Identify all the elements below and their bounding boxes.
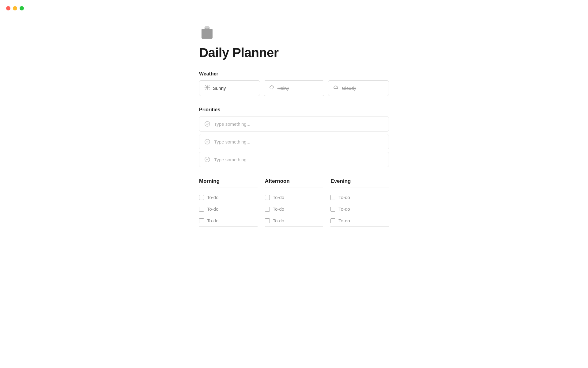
weather-options: Sunny Rainy (199, 80, 389, 96)
afternoon-checkbox-3[interactable] (265, 218, 270, 223)
main-content: Daily Planner Weather (187, 0, 401, 262)
svg-rect-2 (205, 26, 209, 29)
page-icon (199, 25, 215, 40)
afternoon-todo-3[interactable]: To-do (265, 215, 323, 227)
evening-todo-label-3: To-do (338, 218, 350, 223)
afternoon-column: Afternoon To-do To-do To-do (265, 178, 323, 227)
svg-point-16 (205, 121, 210, 126)
morning-todo-label-3: To-do (207, 218, 219, 223)
morning-checkbox-2[interactable] (199, 207, 204, 212)
priority-item-1 (199, 116, 389, 132)
weather-option-rainy[interactable]: Rainy (264, 80, 325, 96)
afternoon-todo-label-2: To-do (273, 206, 285, 212)
priorities-section: Priorities (199, 107, 389, 167)
priority-check-icon-2 (204, 139, 210, 145)
svg-line-13 (272, 88, 272, 89)
cloudy-label: Cloudy (342, 86, 356, 91)
traffic-lights (6, 6, 24, 10)
morning-checkbox-3[interactable] (199, 218, 204, 223)
morning-column: Morning To-do To-do To-do (199, 178, 258, 227)
evening-todo-label-1: To-do (338, 195, 350, 200)
priority-item-3 (199, 152, 389, 167)
evening-checkbox-1[interactable] (330, 195, 335, 200)
svg-rect-15 (334, 88, 338, 89)
priority-item-2 (199, 134, 389, 149)
svg-line-14 (273, 88, 273, 89)
priority-input-2[interactable] (214, 139, 384, 144)
afternoon-todo-label-1: To-do (273, 195, 285, 200)
evening-todo-1[interactable]: To-do (330, 192, 389, 203)
close-button[interactable] (6, 6, 10, 10)
weather-option-sunny[interactable]: Sunny (199, 80, 260, 96)
maximize-button[interactable] (20, 6, 24, 10)
sunny-icon (204, 84, 210, 92)
morning-todo-label-1: To-do (207, 195, 219, 200)
evening-title: Evening (330, 178, 389, 187)
priority-input-3[interactable] (214, 157, 384, 162)
afternoon-checkbox-1[interactable] (265, 195, 270, 200)
svg-line-11 (205, 89, 206, 90)
schedule-grid: Morning To-do To-do To-do Afternoon (199, 178, 389, 227)
cloudy-icon (333, 84, 339, 92)
svg-point-3 (206, 86, 209, 89)
morning-todo-2[interactable]: To-do (199, 203, 258, 215)
morning-todo-label-2: To-do (207, 206, 219, 212)
schedule-section: Morning To-do To-do To-do Afternoon (199, 178, 389, 227)
evening-todo-3[interactable]: To-do (330, 215, 389, 227)
svg-point-18 (205, 157, 210, 162)
minimize-button[interactable] (13, 6, 17, 10)
priority-check-icon-3 (204, 156, 210, 163)
afternoon-todo-2[interactable]: To-do (265, 203, 323, 215)
afternoon-checkbox-2[interactable] (265, 207, 270, 212)
svg-point-17 (205, 139, 210, 144)
evening-checkbox-2[interactable] (330, 207, 335, 212)
sunny-label: Sunny (213, 86, 226, 91)
morning-title: Morning (199, 178, 258, 187)
afternoon-todo-1[interactable]: To-do (265, 192, 323, 203)
rainy-icon (269, 84, 275, 92)
rainy-label: Rainy (277, 86, 289, 91)
evening-column: Evening To-do To-do To-do (330, 178, 389, 227)
afternoon-title: Afternoon (265, 178, 323, 187)
priority-input-1[interactable] (214, 121, 384, 127)
svg-line-10 (209, 85, 209, 86)
weather-label: Weather (199, 71, 389, 77)
afternoon-todo-label-3: To-do (273, 218, 285, 223)
morning-todo-3[interactable]: To-do (199, 215, 258, 227)
evening-todo-label-2: To-do (338, 206, 350, 212)
evening-checkbox-3[interactable] (330, 218, 335, 223)
weather-option-cloudy[interactable]: Cloudy (328, 80, 389, 96)
svg-line-12 (271, 88, 271, 89)
weather-section: Weather Sunny (199, 71, 389, 96)
priorities-label: Priorities (199, 107, 389, 113)
page-title: Daily Planner (199, 45, 389, 60)
morning-checkbox-1[interactable] (199, 195, 204, 200)
svg-line-8 (205, 85, 206, 86)
morning-todo-1[interactable]: To-do (199, 192, 258, 203)
svg-line-9 (209, 89, 209, 90)
evening-todo-2[interactable]: To-do (330, 203, 389, 215)
priority-check-icon-1 (204, 121, 210, 127)
